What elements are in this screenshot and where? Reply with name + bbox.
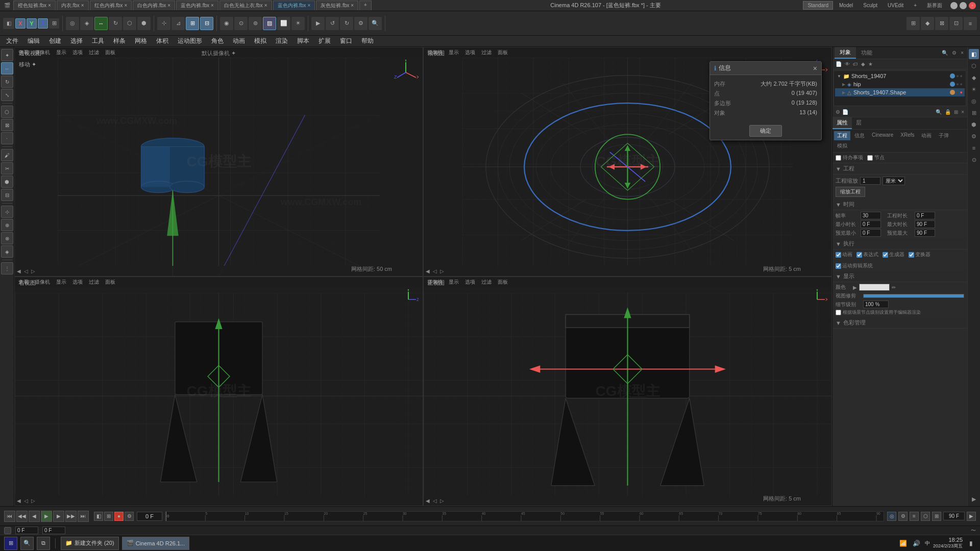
cb-generator[interactable]: 生成器 [883,251,904,258]
title-tab-0[interactable]: 橙色短裤.fbx × [13,1,56,10]
extrude-tool-icon[interactable]: ⬢ [137,17,151,30]
show-desktop-btn[interactable]: ▮ [966,538,976,548]
menu-script[interactable]: 脚本 [293,36,313,46]
timeline-icon[interactable]: ⊠ [935,17,948,30]
menu-help[interactable]: 帮助 [357,36,378,46]
poly-tool-icon[interactable]: ⬡ [123,17,136,30]
tl-end-frame[interactable] [943,512,965,520]
move-tool-icon[interactable]: ↔ [94,17,108,30]
paint-btn[interactable]: 🖌 [1,149,13,161]
rpi-light[interactable]: ☀ [969,84,979,94]
snap-move-icon[interactable]: ⊹ [157,17,170,30]
bridge-btn[interactable]: ⊟ [1,189,13,201]
menu-edit[interactable]: 编辑 [23,36,44,46]
mode-model-icon[interactable]: ◧ [3,18,14,29]
title-tab-3[interactable]: 白色内裤.fbx × [133,1,175,10]
vp-panel-menu-br[interactable]: 面板 [496,279,509,286]
snap-rotate-icon[interactable]: ⊿ [172,17,185,30]
mintime-input[interactable] [861,220,881,228]
vp-filter-menu-br[interactable]: 过滤 [480,279,493,286]
prevmin-input[interactable] [861,229,881,237]
menu-select[interactable]: 选择 [66,36,87,46]
dissolve-btn[interactable]: ◈ [1,245,13,258]
sub-tab-project[interactable]: 工程 [834,131,850,140]
sub-tab-animate[interactable]: 动画 [918,131,935,140]
rpi-node[interactable]: ⊙ [969,155,979,165]
menu-animate[interactable]: 动画 [229,36,249,46]
dialog-ok-btn[interactable]: 确定 [749,125,782,137]
menu-render[interactable]: 渲染 [272,36,292,46]
oti-file[interactable]: 📄 [835,60,843,68]
vp-options-menu[interactable]: 选项 [71,49,84,56]
rpi-expand-right[interactable]: ▶ [969,494,979,504]
point-mode-btn[interactable]: · [1,132,13,144]
ws-tab-sculpt[interactable]: Sculpt [859,2,881,9]
menu-character[interactable]: 角色 [207,36,228,46]
cb-todo[interactable]: 待办事项 [836,154,863,161]
title-tab-5[interactable]: 白色无袖上衣.fbx × [219,1,272,10]
cb-node-input[interactable] [867,155,873,161]
redo-icon[interactable]: ↻ [340,17,353,30]
render-btn-icon[interactable]: ⊞ [906,17,920,30]
level-input[interactable] [863,300,889,308]
search-icon[interactable]: 🔍 [369,17,382,30]
sub-tab-simulate[interactable]: 模拟 [834,141,850,151]
viewport-right[interactable]: 查看 摄像机 显示 选项 过滤 面板 右视图 Z Y [14,277,423,506]
tl-icon-time[interactable]: ≡ [910,512,919,521]
menu-spline[interactable]: 样条 [109,36,130,46]
maxtime-input[interactable] [915,220,935,228]
vp-camera-menu-br[interactable]: 摄像机 [426,279,444,286]
prop-expand[interactable]: ⊞ [953,108,959,116]
cb-expression[interactable]: 表达式 [856,251,878,258]
ws-tab-add[interactable]: + [910,2,921,9]
color-swatch[interactable] [859,284,890,291]
title-tab-7[interactable]: 灰色短裤.fbx × [316,1,358,10]
ws-tab-new[interactable]: 新界面 [923,1,946,10]
new-file-tab[interactable]: + [359,1,372,10]
cb-animate-input[interactable] [836,252,841,258]
oti-view[interactable]: 👁 [844,60,851,68]
vp-filter-menu[interactable]: 过滤 [87,49,101,56]
menu-file[interactable]: 文件 [2,36,22,46]
lock-axis-icon[interactable]: ⊞ [49,18,59,29]
outliner-item-shape[interactable]: ▶ △ Shorts_19407.Shape ● ● [835,88,965,96]
oi-vis-hip-2[interactable]: ● [960,82,963,87]
vp-options-menu-bl[interactable]: 选项 [71,279,84,286]
scale-project-btn[interactable]: 缩放工程 [836,187,865,197]
vp-view-menu-bl[interactable]: 查看 [17,279,30,286]
attr-tab-layer[interactable]: 层 [852,117,866,129]
vp-panel-menu-bl[interactable]: 面板 [104,279,117,286]
sb-frame-right[interactable] [42,527,65,534]
oti-tag[interactable]: 🏷 [852,60,859,68]
weld-btn[interactable]: ⊗ [1,232,13,244]
shading-icon[interactable]: ▨ [263,17,276,30]
vp-bt-icon2[interactable]: ◁ [24,268,28,274]
systray-sound[interactable]: 🔊 [912,538,922,548]
wire-icon[interactable]: ⬜ [277,17,290,30]
menu-extend[interactable]: 扩展 [314,36,335,46]
global-transform-icon[interactable]: ⊟ [200,17,213,30]
vp-camera-menu-bl[interactable]: 摄像机 [33,279,52,286]
vp-bt-tr-2[interactable]: ◁ [433,268,437,274]
tl-track[interactable]: 0 5 10 15 20 25 30 35 40 45 50 55 60 [165,511,884,521]
vp-bt-icon3[interactable]: ▷ [31,268,35,274]
fps-input[interactable] [861,212,881,219]
rpi-scene[interactable]: ⬢ [969,119,979,130]
vp-bt-bl-3[interactable]: ▷ [31,498,35,504]
scale-tool-btn[interactable]: ⤡ [1,89,13,101]
oi-vis-2[interactable]: ● [960,73,963,79]
perspective-icon[interactable]: ◈ [80,17,93,30]
minimize-button[interactable]: ─ [950,2,958,9]
tab-object[interactable]: 对象 [835,47,856,59]
ws-tab-standard[interactable]: Standard [803,1,833,10]
oi-vis-1[interactable]: ● [956,73,959,79]
vp-bt-bl-2[interactable]: ◁ [24,498,28,504]
sub-tab-info[interactable]: 信息 [851,131,868,140]
sub-tab-xrefs[interactable]: XRefs [897,131,917,140]
tl-play[interactable]: ▶ [41,511,52,522]
rpi-deform[interactable]: ⊞ [969,108,979,118]
c4d-task-btn[interactable]: 🎬 Cinema 4D R26.1... [122,537,190,550]
render-all-icon[interactable]: ⊙ [234,17,248,30]
cb-deformer-input[interactable] [909,252,914,258]
axis-btn[interactable]: ⊕ [1,219,13,231]
